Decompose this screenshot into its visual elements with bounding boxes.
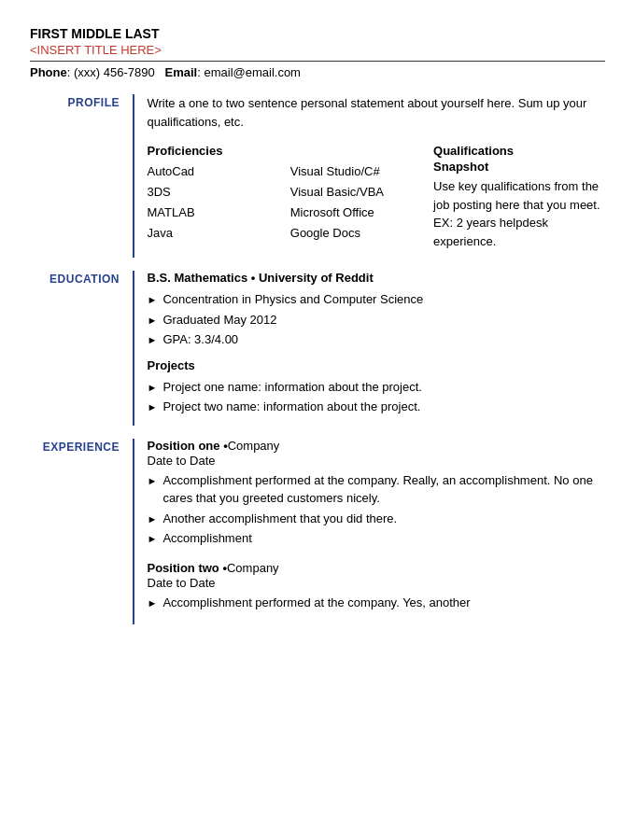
arrow-icon-9: ► xyxy=(148,595,158,611)
pos2-acc-1-text: Accomplishment performed at the company.… xyxy=(162,594,470,612)
proficiencies-col1: Proficiencies AutoCad 3DS MATLAB Java xyxy=(148,144,290,250)
pos1-acc-3: ►Accomplishment xyxy=(148,529,606,548)
pos1-company: Company xyxy=(228,439,280,453)
pos2-company: Company xyxy=(227,561,279,575)
projects-header: Projects xyxy=(148,358,606,372)
pos1-title-text: Position one xyxy=(148,439,220,453)
education-section: EDUCATION B.S. Mathematics • University … xyxy=(30,271,605,426)
arrow-icon-5: ► xyxy=(148,399,158,415)
project-1-text: Project one name: information about the … xyxy=(162,378,422,397)
experience-section: EXPERIENCE Position one •Company Date to… xyxy=(30,439,605,625)
experience-label: EXPERIENCE xyxy=(30,439,133,625)
position-two-title: Position two •Company xyxy=(148,561,606,575)
edu-bullet-1: ►Concentration in Physics and Computer S… xyxy=(148,290,606,309)
arrow-icon-4: ► xyxy=(148,380,158,396)
header-divider xyxy=(30,61,605,62)
degree-bullet: • xyxy=(251,271,259,285)
edu-bullet-1-text: Concentration in Physics and Computer Sc… xyxy=(162,290,423,309)
project-1: ►Project one name: information about the… xyxy=(148,378,606,397)
header-contact: Phone: (xxx) 456-7890 Email: email@email… xyxy=(30,65,605,79)
snapshot-title: Snapshot xyxy=(433,160,605,174)
pos1-acc-2: ►Another accomplishment that you did the… xyxy=(148,510,606,528)
prof-item-8: Google Docs xyxy=(290,223,433,244)
email-value: email@email.com xyxy=(204,65,301,79)
email-label: Email xyxy=(165,65,198,79)
edu-bullet-3: ►GPA: 3.3/4.00 xyxy=(148,330,606,349)
arrow-icon-8: ► xyxy=(148,531,158,547)
edu-bullet-2-text: Graduated May 2012 xyxy=(162,311,276,329)
edu-bullet-2: ►Graduated May 2012 xyxy=(148,311,606,329)
experience-content: Position one •Company Date to Date ►Acco… xyxy=(148,439,606,625)
pos1-date: Date to Date xyxy=(148,454,606,468)
prof-item-4: Java xyxy=(148,223,290,244)
project-2-text: Project two name: information about the … xyxy=(162,398,420,416)
prof-item-2: 3DS xyxy=(148,182,290,203)
prof-item-3: MATLAB xyxy=(148,203,290,223)
education-label: EDUCATION xyxy=(30,271,133,426)
profile-section: PROFILE Write a one to two sentence pers… xyxy=(30,94,605,258)
header-name: FIRST MIDDLE LAST xyxy=(30,26,605,41)
header-title: <INSERT TITLE HERE> xyxy=(30,43,605,57)
pos1-accomplishments: ►Accomplishment performed at the company… xyxy=(148,471,606,548)
pos2-accomplishments: ►Accomplishment performed at the company… xyxy=(148,594,606,612)
qualifications-col: Qualifications Snapshot Use key qualific… xyxy=(433,144,605,250)
arrow-icon-3: ► xyxy=(148,332,158,348)
education-content: B.S. Mathematics • University of Reddit … xyxy=(148,271,606,426)
proficiencies-header: Proficiencies xyxy=(148,144,290,158)
arrow-icon-2: ► xyxy=(148,313,158,329)
prof-item-7: Microsoft Office xyxy=(290,203,433,223)
edu-degree: B.S. Mathematics • University of Reddit xyxy=(148,271,606,285)
education-divider xyxy=(133,271,134,426)
arrow-icon-1: ► xyxy=(148,292,158,308)
proficiencies-col2: Visual Studio/C# Visual Basic/VBA Micros… xyxy=(290,144,433,250)
project-2: ►Project two name: information about the… xyxy=(148,398,606,416)
arrow-icon-7: ► xyxy=(148,511,158,527)
snapshot-text: Use key qualifications from the job post… xyxy=(433,177,605,250)
position-one-title: Position one •Company xyxy=(148,439,606,453)
arrow-icon-6: ► xyxy=(148,473,158,489)
edu-bullet-3-text: GPA: 3.3/4.00 xyxy=(162,330,238,349)
prof-item-6: Visual Basic/VBA xyxy=(290,182,433,203)
pos2-date: Date to Date xyxy=(148,576,606,590)
university-text: University of Reddit xyxy=(259,271,374,285)
profile-content: Write a one to two sentence personal sta… xyxy=(148,94,606,258)
degree-text: B.S. Mathematics xyxy=(148,271,248,285)
pos1-acc-1-text: Accomplishment performed at the company.… xyxy=(162,471,605,508)
pos2-acc-1: ►Accomplishment performed at the company… xyxy=(148,594,606,612)
qualifications-header: Qualifications xyxy=(433,144,605,158)
resume-page: FIRST MIDDLE LAST <INSERT TITLE HERE> Ph… xyxy=(0,0,635,840)
profile-label: PROFILE xyxy=(30,94,133,258)
pos1-acc-2-text: Another accomplishment that you did ther… xyxy=(162,510,397,528)
education-bullets: ►Concentration in Physics and Computer S… xyxy=(148,290,606,349)
phone-label: Phone xyxy=(30,65,67,79)
projects-list: ►Project one name: information about the… xyxy=(148,378,606,416)
prof-item-1: AutoCad xyxy=(148,161,290,182)
position-one-block: Position one •Company Date to Date ►Acco… xyxy=(148,439,606,548)
position-two-block: Position two •Company Date to Date ►Acco… xyxy=(148,561,606,612)
pos1-acc-3-text: Accomplishment xyxy=(162,529,251,548)
prof-col2-spacer xyxy=(290,144,433,158)
pos2-title-text: Position two xyxy=(148,561,219,575)
phone-value: (xxx) 456-7890 xyxy=(74,65,155,79)
pos1-acc-1: ►Accomplishment performed at the company… xyxy=(148,471,606,508)
profile-text: Write a one to two sentence personal sta… xyxy=(148,94,606,131)
experience-divider xyxy=(133,439,134,625)
proficiencies-row: Proficiencies AutoCad 3DS MATLAB Java Vi… xyxy=(148,144,606,250)
profile-divider xyxy=(133,94,134,258)
prof-item-5: Visual Studio/C# xyxy=(290,161,433,182)
